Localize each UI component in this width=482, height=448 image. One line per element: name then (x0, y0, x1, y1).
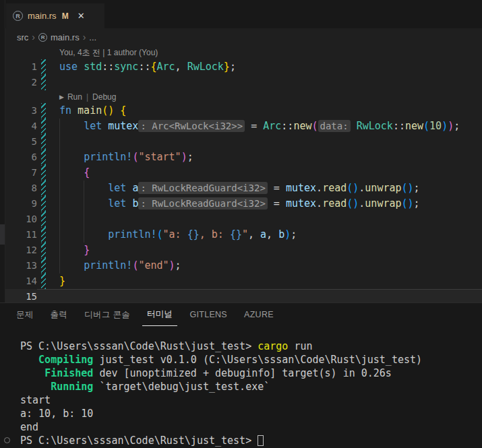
terminal-line: Compiling just_test v0.1.0 (C:\Users\sss… (0, 353, 482, 366)
breadcrumb-item--[interactable]: ... (89, 32, 96, 42)
token-pl: ; (454, 120, 460, 132)
token-hint: data: (318, 120, 351, 132)
code-line-13[interactable]: 13 println!("end"); (5, 258, 482, 274)
breadcrumb-item-src[interactable]: src (17, 32, 28, 42)
token-kw: fn (59, 104, 71, 117)
token-var: b (278, 228, 284, 241)
line-number: 14 (5, 274, 37, 289)
token-type: RwLock (357, 120, 393, 132)
git-change-gutter (41, 181, 46, 196)
token-pl: . (359, 197, 365, 210)
code-line-8[interactable]: 8 let a: RwLockReadGuard<i32> = mutex.re… (5, 181, 482, 196)
token-pl: ; (187, 151, 193, 163)
code-line-text: use std::sync::{Arc, RwLock}; (46, 59, 236, 75)
code-line-12[interactable]: 12 } (5, 243, 482, 258)
token-var: a (260, 228, 266, 241)
panel-tab-problems[interactable]: 문제 (11, 303, 38, 326)
breadcrumb-label: src (17, 32, 28, 42)
breadcrumb-label: main.rs (51, 32, 80, 42)
code-line-text (46, 289, 59, 302)
gitlens-blame-codelens[interactable]: You, 4초 전 | 1 author (You) (5, 46, 482, 59)
token-b3: ) (442, 120, 448, 132)
code-line-text: let b: RwLockReadGuard<i32> = mutex.read… (46, 196, 420, 212)
code-line-14[interactable]: 14} (5, 274, 482, 289)
token-type: Arc (263, 120, 281, 132)
tab-main-rs[interactable]: R main.rs M ✕ (6, 3, 104, 28)
token-pl (351, 120, 357, 132)
code-line-text: { (46, 165, 90, 181)
token-b2: ) (448, 120, 454, 132)
token-str: " (242, 228, 248, 241)
line-number: 10 (5, 212, 37, 227)
code-line-4[interactable]: 4 let mutex: Arc<RwLock<i32>> = Arc::new… (5, 119, 482, 134)
git-change-gutter (41, 150, 46, 165)
code-line-text: println!("end"); (46, 258, 181, 274)
line-number: 1 (5, 59, 37, 75)
code-line-15[interactable]: 15 (5, 289, 482, 302)
command-decoration-icon[interactable] (4, 437, 10, 443)
token-pl (59, 244, 84, 256)
indent-guide (84, 181, 84, 243)
token-pl (59, 259, 84, 271)
token-b2: ( (311, 120, 318, 132)
token-fmt: {} (187, 228, 200, 241)
code-line-text (46, 212, 59, 227)
code-line-11[interactable]: 11 println!("a: {}, b: {}", a, b); (5, 227, 482, 243)
token-kw: use (59, 61, 78, 73)
token-pl (59, 151, 84, 163)
git-change-gutter (41, 212, 46, 227)
token-pl: ; (291, 228, 297, 241)
debug-link[interactable]: Debug (92, 92, 116, 102)
git-change-gutter (41, 134, 46, 150)
token-hint: : RwLockReadGuard<i32> (138, 197, 267, 210)
terminal-line: start (0, 393, 482, 407)
panel-tab-debug-console[interactable]: 디버그 콘솔 (80, 303, 135, 326)
token-pl: :: (393, 120, 405, 132)
code-line-9[interactable]: 9 let b: RwLockReadGuard<i32> = mutex.re… (5, 196, 482, 212)
token-hint: : RwLockReadGuard<i32> (138, 182, 267, 194)
line-number: 8 (5, 181, 37, 196)
token-macro: println! (84, 259, 132, 271)
git-change-gutter (41, 75, 46, 90)
token-pl (78, 61, 84, 73)
breadcrumb-item-main-rs[interactable]: Rmain.rs (38, 32, 80, 42)
token-type: RwLock (187, 61, 224, 73)
panel-tab-output[interactable]: 출력 (46, 303, 73, 326)
chevron-right-icon: › (32, 32, 35, 42)
token-str: "end" (138, 259, 169, 271)
token-fg (20, 381, 51, 393)
token-pl (71, 104, 78, 117)
terminal[interactable]: PS C:\Users\sssan\Code\Rust\just_test> c… (0, 340, 482, 448)
code-line-5[interactable]: 5 (5, 134, 482, 150)
token-b1: { (120, 104, 126, 117)
line-number: 6 (5, 150, 37, 165)
run-link[interactable]: Run (67, 92, 82, 102)
panel-tab-gitlens[interactable]: GITLENS (185, 303, 232, 326)
editor-tab-bar: R main.rs M ✕ (0, 0, 482, 28)
code-line-6[interactable]: 6 println!("start"); (5, 150, 482, 165)
token-kw: let (108, 197, 126, 210)
close-icon[interactable]: ✕ (78, 11, 85, 21)
code-line-3[interactable]: 3fn main() { (5, 103, 482, 119)
code-line-10[interactable]: 10 (5, 212, 482, 227)
git-change-gutter (41, 119, 46, 134)
token-num: 10 (429, 120, 442, 132)
terminal-line: a: 10, b: 10 (0, 407, 482, 420)
editor-code-area[interactable]: You, 4초 전 | 1 author (You)1use std::sync… (5, 46, 482, 302)
terminal-prompt-line[interactable]: PS C:\Users\sssan\Code\Rust\just_test> (0, 434, 482, 447)
token-fg: PS C:\Users\sssan\Code\Rust\just_test> (20, 340, 258, 352)
token-pl (59, 166, 84, 179)
code-line-text: let a: RwLockReadGuard<i32> = mutex.read… (46, 181, 420, 196)
token-var: mutex (108, 120, 138, 132)
token-fg: PS C:\Users\sssan\Code\Rust\just_test> (20, 435, 258, 447)
code-line-2[interactable]: 2 (5, 75, 482, 90)
panel-tab-terminal[interactable]: 터미널 (142, 303, 177, 326)
panel-tab-azure[interactable]: AZURE (239, 303, 278, 326)
token-str: "start" (138, 151, 181, 163)
token-pl: = (268, 197, 286, 210)
code-line-1[interactable]: 1use std::sync::{Arc, RwLock}; (5, 59, 482, 75)
token-pl: :: (138, 61, 150, 73)
code-line-text (46, 75, 59, 90)
git-change-gutter (41, 196, 46, 212)
code-line-7[interactable]: 7 { (5, 165, 482, 181)
